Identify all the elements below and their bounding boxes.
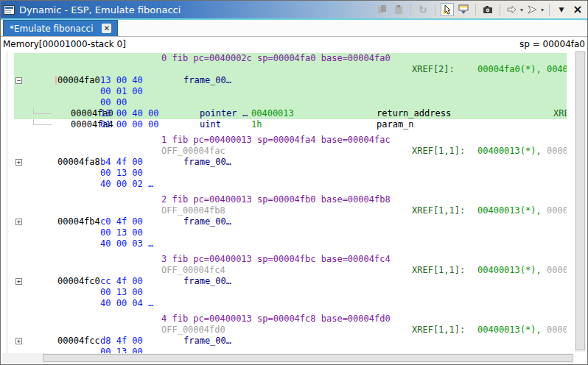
vertical-scrollbar[interactable] [575,51,586,352]
data-type: pointer [200,108,237,119]
value: 1h [251,119,262,130]
data-type: … [242,108,248,119]
address: 00004fb4 [57,216,100,227]
data-type: frame_00… [183,157,231,168]
hex-bytes: 00 13 00 [100,227,143,238]
nav-arrow-dropdown-icon[interactable]: ▾ [520,7,523,13]
copy-icon [376,3,389,16]
tab-close-icon[interactable]: ✕ [102,24,111,33]
expand-toggle-icon[interactable]: + [15,338,22,344]
address: 00004fa0 [57,75,100,86]
memory-row[interactable]: 40 00 04 … [14,298,567,309]
memory-row[interactable]: 1 fib pc=00400013 sp=00004fa4 base=00004… [14,135,567,146]
collapse-toggle-icon[interactable]: − [15,77,22,84]
frame-header: 2 fib pc=00400013 sp=00004fb0 base=00004… [161,194,391,205]
memory-header: Memory[00001000-stack 0] sp = 00004fa0 [1,37,587,52]
address: 00004fa8 [57,157,100,168]
memory-row[interactable]: 00004fa401 00 00 00uint1hparam_n [14,119,567,130]
horizontal-scrollbar-thumb[interactable] [43,354,573,362]
snapshot-camera-icon[interactable] [481,3,494,16]
data-type: frame_00… [183,336,231,347]
memory-row[interactable]: +00004fa8b4 4f 00frame_00… [14,157,567,168]
memory-row[interactable]: +00004fc0cc 4f 00frame_00… [14,276,567,287]
hex-bytes: c0 4f 00 [100,216,143,227]
xref-label: XREF[1,1]: [412,265,465,276]
hex-bytes: cc 4f 00 [100,276,143,287]
vertical-scrollbar-thumb[interactable] [575,52,585,350]
title-bar: Dynamic - ESP, Emulate fibonacci ↻ [1,1,587,18]
xref-addresses-secondary[interactable]: 00004fa0(*) [547,146,567,157]
expand-toggle-icon[interactable]: + [15,159,22,166]
memory-listing[interactable]: 0 fib pc=0040002c sp=00004fa0 base=00004… [1,52,587,355]
toolbar: ↻ ▾ ▾ ▼ × [376,3,584,16]
memory-row[interactable]: 00 13 00 [14,168,567,179]
hex-bytes: 00 13 00 [100,287,143,298]
data-type: frame_00… [183,276,231,287]
field-name: param_n [377,119,414,130]
memory-row[interactable]: OFF_00004facXREF[1,1]:00400013(*), 00004… [14,146,567,157]
memory-row[interactable]: 40 00 03 … [14,238,567,249]
memory-row[interactable]: 00004fa013 00 40 00pointer…00400013retur… [14,108,567,119]
hex-bytes: b4 4f 00 [100,157,143,168]
toolbar-separator [500,4,500,15]
hex-bytes: 00 01 00 [100,86,143,97]
xref-addresses[interactable]: 00400013(*), [477,325,547,336]
hex-bytes: 40 00 03 … [100,238,153,249]
frame-header: 3 fib pc=00400013 sp=00004fbc base=00004… [161,254,391,265]
memory-row[interactable]: 00 13 00 [14,287,567,298]
data-type: uint [200,119,221,130]
expand-toggle-icon[interactable]: + [15,278,22,285]
memory-region-label: Memory[00001000-stack 0] [3,39,126,49]
offset-label: OFF_00004fd0 [161,325,225,336]
toolbar-separator [435,4,435,15]
memory-row[interactable]: OFF_00004fc4XREF[1,1]:00400013(*), 00004… [14,265,567,276]
data-type: frame_00… [183,216,231,227]
frame-header: 4 fib pc=00400013 sp=00004fc8 base=00004… [161,313,391,325]
memory-row[interactable]: +00004fccd8 4f 00frame_00… [14,336,567,347]
expand-toggle-icon[interactable]: + [15,219,22,225]
goto-icon[interactable] [526,3,539,16]
tab-emulate-fibonacci[interactable]: *Emulate fibonacci ✕ [3,20,118,36]
memory-row[interactable]: OFF_00004fd0XREF[1,1]:00400013(*), 00004… [14,325,567,336]
stack-pointer-value: sp = 00004fa0 [519,39,585,49]
tab-label: *Emulate fibonacci [10,24,93,34]
memory-row[interactable]: 2 fib pc=00400013 sp=00004fb0 base=00004… [14,194,567,205]
toolbar-separator [549,4,550,15]
horizontal-scrollbar[interactable] [2,353,574,363]
address-link[interactable]: 00400013 [251,108,294,119]
paste-icon [392,3,405,16]
xref-label: XREF[1,1]: [412,325,465,336]
auto-update-icon[interactable] [457,3,470,16]
hex-bytes: 00 00 [100,97,127,108]
xref-addresses-secondary[interactable]: 00004fa0(*) [547,265,567,276]
xref-addresses[interactable]: 00400013(*), [477,265,547,276]
memory-row[interactable]: XREF[2]:00004fa0(*), 0040002c(*) [14,64,567,75]
goto-dropdown-icon[interactable]: ▾ [541,7,544,13]
hex-bytes: 01 00 00 00 [100,119,158,130]
nav-arrow-icon[interactable] [505,3,519,16]
xref-label: XREF[1]: [553,108,567,119]
cursor-marker [55,76,57,85]
memory-row[interactable]: −00004fa013 00 40frame_00… [14,75,567,86]
track-cursor-icon[interactable] [441,3,454,16]
menu-chevron-icon[interactable]: ▼ [555,3,568,16]
xref-addresses[interactable]: 00400013(*), [477,205,547,216]
memory-row[interactable]: 40 00 02 … [14,179,567,190]
memory-row[interactable]: 0 fib pc=0040002c sp=00004fa0 base=00004… [14,53,567,64]
field-name: return_address [377,108,451,119]
xref-addresses-secondary[interactable]: 00004fa0(*) [547,205,567,216]
xref-addresses[interactable]: 00004fa0(*), 0040002c(*) [477,64,567,75]
memory-row[interactable]: 3 fib pc=00400013 sp=00004fbc base=00004… [14,254,567,265]
memory-row[interactable]: 00 13 00 [14,227,567,238]
address: 00004fcc [57,336,100,347]
memory-row[interactable]: 00 00 [14,97,567,108]
close-icon[interactable]: × [571,3,584,16]
memory-row[interactable]: OFF_00004fb8XREF[1,1]:00400013(*), 00004… [14,205,567,216]
memory-row[interactable]: 4 fib pc=00400013 sp=00004fc8 base=00004… [14,313,567,325]
xref-addresses[interactable]: 00400013(*), [477,146,547,157]
memory-row[interactable]: +00004fb4c0 4f 00frame_00… [14,216,567,227]
dynamic-memory-window: Dynamic - ESP, Emulate fibonacci ↻ [0,0,588,365]
xref-addresses-secondary[interactable]: 00004fa0(*) [547,325,567,336]
memory-row[interactable]: 00 01 00 [14,86,567,97]
tree-branch-line [33,108,52,114]
